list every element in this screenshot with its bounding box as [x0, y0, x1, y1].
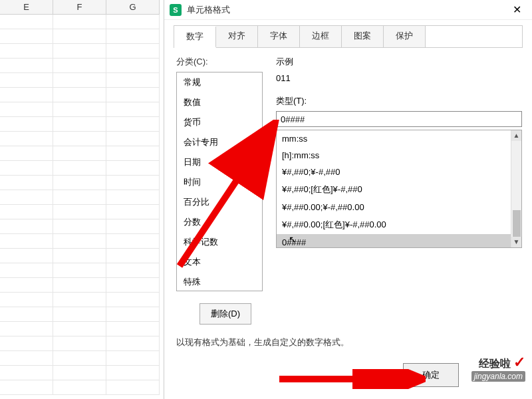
grid-cell[interactable]	[106, 249, 160, 263]
grid-cell[interactable]	[53, 219, 106, 233]
grid-cell[interactable]	[53, 293, 106, 307]
grid-cell[interactable]	[0, 293, 53, 307]
scroll-thumb[interactable]	[513, 210, 521, 237]
type-list-item[interactable]: mm:ss	[277, 130, 521, 147]
grid-cell[interactable]	[106, 132, 160, 146]
grid-cell[interactable]	[0, 59, 53, 72]
type-list[interactable]: mm:ss[h]:mm:ss¥#,##0;¥-#,##0¥#,##0;[红色]¥…	[276, 130, 522, 248]
grid-cell[interactable]	[0, 161, 53, 175]
grid-cell[interactable]	[106, 102, 160, 116]
grid-cell[interactable]	[0, 88, 53, 102]
tab-align[interactable]: 对齐	[216, 26, 258, 47]
grid-cell[interactable]	[53, 234, 106, 248]
category-list[interactable]: 常规数值货币会计专用日期时间百分比分数科学记数文本特殊自定义	[176, 72, 263, 291]
grid-cell[interactable]	[0, 205, 53, 219]
grid-cell[interactable]	[53, 117, 106, 131]
tab-border[interactable]: 边框	[300, 26, 342, 47]
type-list-item[interactable]: ¥#,##0;¥-#,##0	[277, 164, 521, 180]
grid-cell[interactable]	[106, 336, 160, 350]
grid-cell[interactable]	[106, 322, 160, 336]
grid-cell[interactable]	[106, 366, 160, 380]
grid-cell[interactable]	[53, 205, 106, 219]
category-item[interactable]: 文本	[177, 252, 262, 272]
grid-cell[interactable]	[106, 117, 160, 131]
grid-cell[interactable]	[0, 336, 53, 350]
grid-cell[interactable]	[0, 249, 53, 263]
category-item[interactable]: 日期	[177, 152, 262, 172]
category-item[interactable]: 常规	[177, 72, 262, 92]
col-header-e[interactable]: E	[0, 0, 53, 14]
grid-cell[interactable]	[106, 293, 160, 307]
grid-cell[interactable]	[0, 219, 53, 233]
grid-cell[interactable]	[0, 263, 53, 277]
grid-cell[interactable]	[53, 29, 106, 43]
grid-cell[interactable]	[106, 15, 160, 29]
grid-cell[interactable]	[53, 73, 106, 87]
grid-cell[interactable]	[106, 29, 160, 43]
grid-cell[interactable]	[106, 44, 160, 58]
scrollbar[interactable]: ▲ ▼	[511, 130, 521, 247]
grid-cell[interactable]	[53, 88, 106, 102]
type-list-item[interactable]: [h]:mm:ss	[277, 147, 521, 164]
grid-cell[interactable]	[53, 176, 106, 190]
grid-cell[interactable]	[106, 263, 160, 277]
grid-cell[interactable]	[0, 44, 53, 58]
grid-cell[interactable]	[53, 44, 106, 58]
grid-cell[interactable]	[53, 307, 106, 321]
grid-cell[interactable]	[106, 88, 160, 102]
grid-cell[interactable]	[0, 29, 53, 43]
category-item[interactable]: 会计专用	[177, 132, 262, 152]
grid-cell[interactable]	[106, 351, 160, 365]
category-item[interactable]: 货币	[177, 112, 262, 132]
col-header-f[interactable]: F	[53, 0, 106, 14]
grid-cell[interactable]	[0, 146, 53, 160]
grid-cell[interactable]	[53, 132, 106, 146]
grid-cell[interactable]	[53, 322, 106, 336]
category-item[interactable]: 科学记数	[177, 232, 262, 252]
grid-cell[interactable]	[0, 190, 53, 204]
grid-cell[interactable]	[0, 307, 53, 321]
grid-cell[interactable]	[53, 278, 106, 292]
grid-cell[interactable]	[0, 102, 53, 116]
grid-cell[interactable]	[106, 161, 160, 175]
grid-cell[interactable]	[0, 234, 53, 248]
grid-cell[interactable]	[0, 278, 53, 292]
grid-cell[interactable]	[53, 190, 106, 204]
category-item[interactable]: 时间	[177, 172, 262, 192]
grid-cell[interactable]	[106, 59, 160, 72]
grid-cell[interactable]	[53, 336, 106, 350]
type-list-item[interactable]: ¥#,##0.00;¥-#,##0.00	[277, 199, 521, 215]
grid-cell[interactable]	[106, 176, 160, 190]
category-item[interactable]: 分数	[177, 212, 262, 232]
grid-cell[interactable]	[106, 146, 160, 160]
type-list-item[interactable]: ¥#,##0.00;[红色]¥-#,##0.00	[277, 215, 521, 234]
grid-cell[interactable]	[106, 307, 160, 321]
grid-cell[interactable]	[106, 205, 160, 219]
grid-cell[interactable]	[53, 59, 106, 72]
grid-cell[interactable]	[53, 102, 106, 116]
grid-cell[interactable]	[53, 263, 106, 277]
grid-cell[interactable]	[53, 15, 106, 29]
grid-cell[interactable]	[53, 366, 106, 380]
type-list-item[interactable]: 0####	[277, 234, 521, 248]
grid-cell[interactable]	[106, 234, 160, 248]
tab-number[interactable]: 数字	[174, 27, 216, 48]
grid-cell[interactable]	[106, 219, 160, 233]
grid-cell[interactable]	[0, 366, 53, 380]
grid-cell[interactable]	[0, 322, 53, 336]
type-input[interactable]	[276, 111, 522, 127]
close-button[interactable]: ✕	[507, 0, 527, 20]
grid-cell[interactable]	[53, 161, 106, 175]
grid-cell[interactable]	[0, 117, 53, 131]
grid-cell[interactable]	[53, 249, 106, 263]
grid-cell[interactable]	[0, 132, 53, 146]
grid-cell[interactable]	[106, 190, 160, 204]
grid-cell[interactable]	[53, 146, 106, 160]
ok-button[interactable]: 确定	[403, 363, 459, 387]
grid-cell[interactable]	[0, 176, 53, 190]
category-item[interactable]: 数值	[177, 92, 262, 112]
type-list-item[interactable]: ¥#,##0;[红色]¥-#,##0	[277, 180, 521, 199]
tab-protect[interactable]: 保护	[384, 26, 426, 47]
grid-cell[interactable]	[106, 278, 160, 292]
tab-pattern[interactable]: 图案	[342, 26, 384, 47]
